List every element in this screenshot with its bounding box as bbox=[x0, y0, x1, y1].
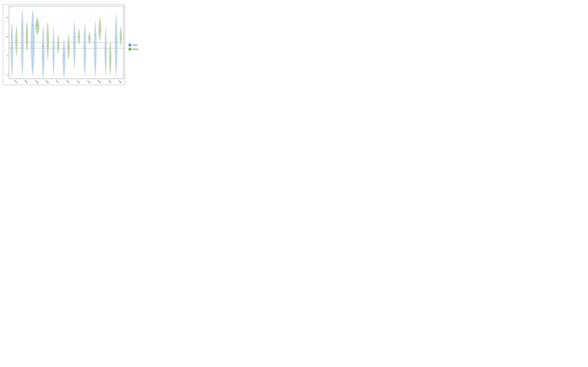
svg-text:15: 15 bbox=[6, 17, 8, 18]
legend-item-normal: Normal bbox=[129, 48, 145, 50]
svg-text:UCEC: UCEC bbox=[118, 80, 122, 84]
svg-text:PRAD: PRAD bbox=[97, 80, 101, 84]
svg-text:LUSC: LUSC bbox=[87, 80, 91, 84]
svg-text:KIRC: KIRC bbox=[66, 80, 70, 83]
plot-svg: 051015BLCABRCACOADHNSCKICHKIRCLUADLUSCPR… bbox=[3, 4, 125, 85]
plot-area: 051015BLCABRCACOADHNSCKICHKIRCLUADLUSCPR… bbox=[3, 4, 125, 85]
chart-body: 051015BLCABRCACOADHNSCKICHKIRCLUADLUSCPR… bbox=[2, 4, 145, 90]
svg-text:BLCA: BLCA bbox=[14, 80, 18, 84]
svg-text:COAD: COAD bbox=[35, 80, 39, 84]
legend-box-normal bbox=[129, 48, 131, 50]
legend-item-tumor: Tumor bbox=[129, 44, 145, 46]
svg-text:HNSC: HNSC bbox=[45, 80, 49, 84]
plot-and-legend: 051015BLCABRCACOADHNSCKICHKIRCLUADLUSCPR… bbox=[3, 4, 145, 90]
svg-text:KICH: KICH bbox=[56, 80, 59, 83]
svg-text:LUAD: LUAD bbox=[77, 80, 80, 84]
svg-text:THCA: THCA bbox=[108, 80, 112, 84]
legend-label-tumor: Tumor bbox=[133, 44, 138, 46]
legend-box-tumor bbox=[129, 44, 131, 46]
svg-text:5: 5 bbox=[7, 55, 8, 57]
legend-label-normal: Normal bbox=[133, 48, 138, 50]
svg-text:0: 0 bbox=[7, 74, 8, 76]
chart-container: 051015BLCABRCACOADHNSCKICHKIRCLUADLUSCPR… bbox=[2, 2, 145, 90]
svg-text:BRCA: BRCA bbox=[24, 80, 28, 84]
legend: Tumor Normal bbox=[125, 4, 145, 90]
svg-text:10: 10 bbox=[6, 36, 8, 38]
